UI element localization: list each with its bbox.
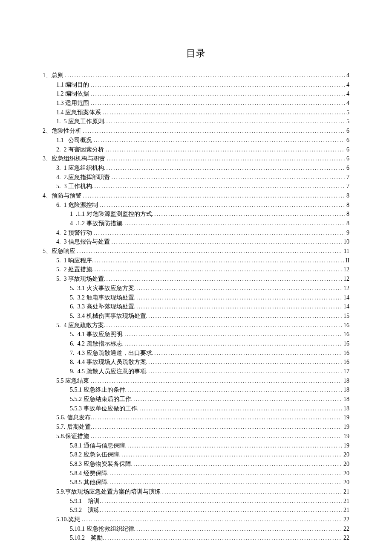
toc-entry-text: 4. 2.应急指挥部职责 [56, 173, 112, 182]
toc-entry-page: 18 [342, 404, 349, 413]
toc-entry-text: 5.8.5 其他保障 [70, 478, 107, 487]
toc-entry-text: 4 .1.2 事故预防措施 [70, 219, 122, 228]
toc-dots [107, 469, 342, 478]
toc-entry: 3. 1 应急组织机构6 [43, 163, 349, 173]
toc-entry: 5.5.2 应急结束后的工作18 [43, 395, 349, 404]
toc-entry-page: 12 [342, 265, 349, 274]
toc-dots [91, 89, 345, 99]
toc-dots [77, 247, 342, 256]
toc-entry: 3、应急组织机构与职责 6 [43, 154, 349, 163]
toc-entry-page: 20 [342, 450, 349, 459]
toc-entry: 4. 3 信息报告与处置 10 [43, 237, 349, 247]
toc-entry: 4. 2 预警行动 9 [43, 228, 349, 238]
toc-entry: 6. 3.3 高处坠落现场处置14 [43, 302, 349, 311]
toc-entry-text: 5.5.1 应急终止的条件 [70, 385, 125, 395]
toc-entry-text: 1.4 应急预案体系 [56, 108, 103, 117]
toc-entry-page: 7 [345, 173, 349, 182]
toc-dots [137, 404, 342, 413]
toc-entry-text: 5. 4 应急疏散方案 [56, 321, 104, 330]
toc-entry: 5.8.4 经费保障20 [43, 469, 349, 478]
toc-entry-page: 19 [342, 441, 349, 450]
toc-dots [91, 80, 345, 90]
toc-entry: 5.10.奖惩 22 [43, 515, 349, 524]
toc-entry-text: 3、应急组织机构与职责 [43, 154, 107, 163]
toc-entry: 5.7. 后期处置19 [43, 422, 349, 432]
toc-dots [122, 339, 342, 349]
document-page: 目录 1、总则 41.1 编制目的 41.2 编制依据 41.3 适用范围 41… [0, 0, 392, 555]
toc-entry-text: 6. 3.3 高处坠落现场处置 [70, 302, 134, 311]
toc-dots [107, 478, 342, 487]
toc-dots [134, 524, 342, 534]
toc-entry-page: 21 [342, 497, 349, 506]
toc-entry-page: 21 [342, 506, 349, 515]
toc-entry-text: 5. 2 处置措施 [56, 265, 92, 274]
toc-dots [94, 136, 345, 145]
toc-entry: 1、总则 4 [43, 71, 349, 80]
toc-entry-text: 6. 1 危险源控制 [56, 200, 100, 210]
toc-entry: 5.5.3 事故单位应做的工作18 [43, 404, 349, 413]
toc-entry-page: 4 [345, 99, 349, 108]
toc-entry-text: 8. 4.4 事故现场人员疏散方案 [70, 357, 146, 367]
toc-entry-page: 18 [342, 395, 349, 404]
toc-dots [122, 219, 345, 228]
toc-entry-page: 4 [345, 89, 349, 99]
toc-entry-page: 11 [342, 247, 349, 256]
toc-dots [122, 330, 342, 339]
toc-entry-page: II [344, 256, 349, 265]
toc-entry-page: 8 [345, 209, 349, 219]
toc-dots [131, 395, 342, 404]
toc-entry-page: 22 [342, 524, 349, 534]
toc-entry-text: 5.8.3 应急物资装备保障 [70, 459, 131, 469]
toc-dots [83, 126, 345, 136]
toc-entry: 1.1 公司概况 6 [43, 136, 349, 145]
toc-entry: 5. 3.4 机械伤害事故现场处置15 [43, 311, 349, 321]
toc-dots [104, 274, 342, 284]
toc-entry-page: 6 [345, 154, 349, 163]
toc-entry-page: 19 [342, 432, 349, 441]
toc-dots [103, 108, 345, 117]
toc-entry-text: 5.8.2 应急队伍保障 [70, 450, 119, 459]
toc-entry-page: 8 [345, 219, 349, 228]
toc-dots [134, 302, 342, 311]
toc-entry-text: 5. 3 事故现场处置 [56, 274, 104, 284]
toc-entry-page: 7 [345, 182, 349, 191]
toc-entry-page: 16 [342, 330, 349, 339]
toc-entry-page: 18 [342, 376, 349, 386]
toc-entry-text: 2. 2 有害因素分析 [56, 145, 106, 154]
toc-entry: 5.6. 信息发布19 [43, 413, 349, 422]
toc-dots [119, 450, 342, 459]
toc-dots [106, 145, 345, 154]
toc-dots [91, 432, 342, 441]
toc-entry-text: 4、预防与预警 [43, 191, 83, 200]
toc-entry: 8. 4.4 事故现场人员疏散方案16 [43, 357, 349, 367]
toc-dots [82, 515, 342, 524]
toc-entry-page: 16 [342, 349, 349, 358]
toc-entry-text: 5.10.奖惩 [56, 515, 82, 524]
toc-dots [91, 413, 342, 422]
toc-entry: 5. 4.1 事故应急照明16 [43, 330, 349, 339]
toc-entry-page: 16 [342, 357, 349, 367]
toc-dots [112, 237, 342, 247]
toc-entry-page: 19 [342, 422, 349, 432]
toc-entry: 5. 3.2 触电事故现场处置14 [43, 293, 349, 302]
toc-dots [100, 497, 342, 506]
toc-entry-page: 8 [345, 200, 349, 210]
toc-entry-text: 5. 4.1 事故应急照明 [70, 330, 122, 339]
toc-entry-text: 1 .1.1 对危险源监测监控的方式 [70, 209, 152, 219]
toc-entry: 5. 1 响应程序II [43, 256, 349, 265]
toc-entry-page: 9 [345, 228, 349, 238]
toc-dots [100, 200, 345, 210]
toc-entry-text: 5.5 应急结束 [56, 376, 91, 386]
toc-dots [152, 209, 345, 219]
toc-entry: 5.9.1 培训21 [43, 497, 349, 506]
toc-entry: 5. 2 处置措施12 [43, 265, 349, 274]
toc-entry-page: 20 [342, 478, 349, 487]
toc-entry-text: 7. 4.3 应急疏散通道，出口要求 [70, 349, 152, 358]
toc-dots [94, 228, 345, 238]
toc-entry: 1.4 应急预案体系 5 [43, 108, 349, 117]
toc-entry-text: 5.9.1 培训 [70, 497, 100, 506]
toc-entry-page: 16 [342, 321, 349, 330]
toc-dots [100, 506, 342, 515]
toc-entry-page: 22 [342, 515, 349, 524]
toc-entry: 5.10.2 奖励22 [43, 533, 349, 543]
